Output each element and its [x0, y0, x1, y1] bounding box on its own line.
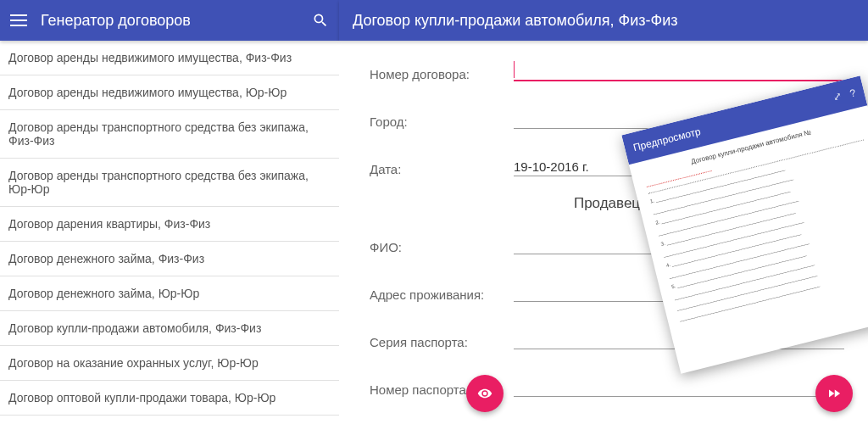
list-item[interactable]: Договор дарения квартиры, Физ-Физ [0, 207, 339, 242]
app-title: Генератор договоров [41, 12, 312, 30]
svg-point-0 [483, 392, 487, 396]
form-title: Договор купли-продажи автомобиля, Физ-Фи… [353, 12, 858, 30]
list-item[interactable]: Договор купли-продажи автомобиля, Физ-Фи… [0, 311, 339, 346]
search-icon[interactable] [312, 12, 329, 29]
preview-header-actions: ⤢ ? [832, 86, 857, 103]
contract-list-panel: Генератор договоров Договор аренды недви… [0, 0, 339, 424]
preview-fab[interactable] [466, 375, 504, 412]
menu-icon[interactable] [10, 14, 27, 26]
list-item[interactable]: Договор денежного займа, Физ-Физ [0, 242, 339, 276]
help-icon[interactable]: ? [849, 86, 857, 99]
right-appbar: Договор купли-продажи автомобиля, Физ-Фи… [339, 0, 868, 41]
next-fab[interactable] [815, 375, 853, 412]
list-item[interactable]: Договор аренды транспортного средства бе… [0, 159, 339, 207]
list-item[interactable]: Договор на оказание охранных услуг, Юр-Ю… [0, 346, 339, 381]
list-item[interactable]: Договор аренды недвижимого имущества, Фи… [0, 41, 339, 75]
passport-series-label: Серия паспорта: [370, 335, 514, 349]
contract-list: Договор аренды недвижимого имущества, Фи… [0, 41, 339, 424]
list-item[interactable]: Договор аренды транспортного средства бе… [0, 110, 339, 159]
fio-label: ФИО: [370, 240, 514, 254]
expand-icon[interactable]: ⤢ [832, 90, 843, 103]
address-label: Адрес проживания: [370, 287, 514, 302]
left-appbar: Генератор договоров [0, 0, 339, 41]
list-item[interactable]: Договор оптовой купли-продажи товара, Юр… [0, 381, 339, 416]
city-label: Город: [370, 114, 514, 129]
contract-form-panel: Договор купли-продажи автомобиля, Физ-Фи… [339, 0, 868, 424]
date-label: Дата: [370, 162, 514, 176]
list-item[interactable]: Договор аренды недвижимого имущества, Юр… [0, 75, 339, 110]
list-item[interactable]: Договор подряда, Юр-Юр [0, 416, 339, 424]
contract-number-input[interactable] [514, 59, 844, 81]
list-item[interactable]: Договор денежного займа, Юр-Юр [0, 276, 339, 311]
passport-number-input[interactable] [514, 378, 844, 397]
contract-number-label: Номер договора: [370, 67, 514, 81]
